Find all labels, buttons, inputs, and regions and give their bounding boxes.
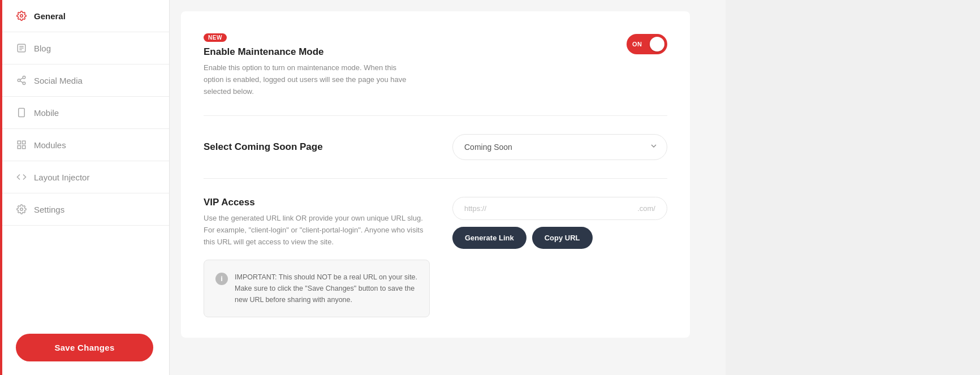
maintenance-header: NEW Enable Maintenance Mode Enable this … — [204, 32, 667, 97]
layout-icon — [16, 171, 27, 183]
svg-rect-12 — [18, 141, 20, 144]
sidebar-item-label-mobile: Mobile — [34, 108, 59, 118]
svg-point-16 — [20, 208, 23, 211]
new-badge: NEW — [204, 33, 227, 42]
url-prefix: https:// — [464, 204, 486, 213]
url-buttons: Generate Link Copy URL — [452, 227, 667, 249]
save-button-wrapper: Save Changes — [0, 320, 169, 375]
settings-icon — [16, 204, 27, 215]
save-changes-button[interactable]: Save Changes — [16, 334, 153, 361]
sidebar-item-layout-injector[interactable]: Layout Injector — [0, 161, 169, 193]
vip-access-section: VIP Access Use the generated URL link OR… — [204, 197, 667, 317]
maintenance-section: NEW Enable Maintenance Mode Enable this … — [204, 32, 667, 116]
coming-soon-select-wrapper: Coming Soon Under Construction Custom Pa… — [452, 134, 667, 160]
svg-rect-13 — [23, 141, 25, 144]
vip-notice: i IMPORTANT: This should NOT be a real U… — [204, 260, 430, 317]
generate-link-button[interactable]: Generate Link — [452, 227, 526, 249]
svg-rect-15 — [23, 146, 25, 149]
maintenance-left: NEW Enable Maintenance Mode Enable this … — [204, 32, 418, 97]
sidebar-item-blog[interactable]: Blog — [0, 32, 169, 64]
vip-title: VIP Access — [204, 197, 430, 208]
main-content: NEW Enable Maintenance Mode Enable this … — [170, 0, 726, 375]
vip-left-panel: VIP Access Use the generated URL link OR… — [204, 197, 430, 317]
coming-soon-section: Select Coming Soon Page Coming Soon Unde… — [204, 134, 667, 179]
sidebar-item-social-media[interactable]: Social Media — [0, 64, 169, 97]
svg-line-8 — [20, 81, 23, 83]
vip-right-panel: https:// .com/ Generate Link Copy URL — [452, 197, 667, 317]
svg-point-5 — [23, 76, 25, 79]
content-card: NEW Enable Maintenance Mode Enable this … — [181, 11, 690, 338]
right-panel — [726, 0, 980, 375]
svg-point-0 — [20, 15, 23, 18]
toggle-knob — [650, 37, 664, 51]
url-input-wrapper: https:// .com/ — [452, 197, 667, 220]
sidebar-item-label-general: General — [34, 11, 66, 21]
toggle-label: ON — [632, 41, 642, 48]
svg-point-6 — [18, 79, 20, 82]
notice-text: IMPORTANT: This should NOT be a real URL… — [235, 271, 418, 305]
svg-rect-14 — [18, 146, 20, 149]
maintenance-description: Enable this option to turn on maintenanc… — [204, 62, 418, 97]
toggle-wrapper: ON — [627, 34, 667, 54]
gear-icon — [16, 10, 27, 21]
url-suffix: .com/ — [637, 204, 655, 213]
sidebar-item-label-modules: Modules — [34, 140, 66, 150]
sidebar-item-mobile[interactable]: Mobile — [0, 97, 169, 129]
copy-url-button[interactable]: Copy URL — [532, 227, 593, 249]
svg-point-7 — [23, 82, 25, 85]
vip-description: Use the generated URL link OR provide yo… — [204, 213, 430, 248]
social-icon — [16, 75, 27, 86]
url-input-field[interactable] — [489, 204, 635, 213]
sidebar-item-label-social: Social Media — [34, 76, 83, 85]
info-icon: i — [215, 273, 228, 285]
sidebar-item-settings[interactable]: Settings — [0, 193, 169, 226]
coming-soon-select[interactable]: Coming Soon Under Construction Custom Pa… — [452, 134, 667, 160]
maintenance-title: Enable Maintenance Mode — [204, 46, 418, 58]
coming-soon-label: Select Coming Soon Page — [204, 141, 323, 153]
sidebar-item-label-settings: Settings — [34, 205, 64, 214]
sidebar-item-label-layout: Layout Injector — [34, 173, 89, 182]
sidebar-item-label-blog: Blog — [34, 44, 51, 53]
mobile-icon — [16, 107, 27, 118]
sidebar-item-general[interactable]: General — [0, 0, 169, 32]
svg-line-9 — [20, 78, 23, 80]
maintenance-toggle[interactable]: ON — [627, 34, 667, 54]
sidebar: General Blog Social Media — [0, 0, 170, 375]
blog-icon — [16, 42, 27, 54]
sidebar-item-modules[interactable]: Modules — [0, 129, 169, 161]
modules-icon — [16, 139, 27, 150]
